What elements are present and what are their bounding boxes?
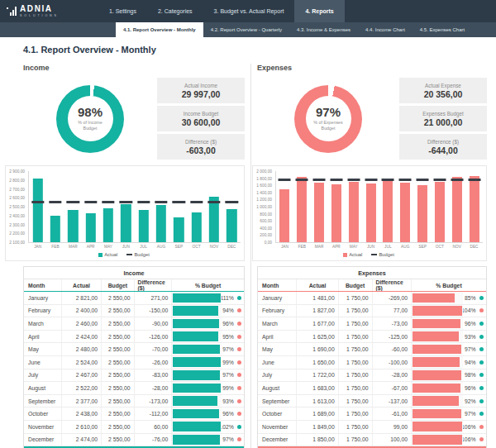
x-axis-label-may: MAY [345,243,362,249]
pct-budget-data-bar [413,345,461,355]
table-row-july: July1 722,001 750,00-28,0098% [258,369,486,383]
status-dot-icon [237,322,241,326]
table-header-row: MonthActualBudgetDifference ($)% Budget [258,279,486,292]
nav-item-3-budget-vs-actual-report[interactable]: 3. Budget vs. Actual Report [203,0,295,22]
pct-budget-data-bar [173,357,221,367]
pct-budget-value: 96% [222,317,235,330]
x-axis-label-sep: SEP [414,243,432,249]
stat-value: 21 000,00 [424,117,463,127]
pct-budget-data-bar [413,357,460,367]
month-cell: July [258,369,297,382]
x-axis-label-jun: JUN [117,243,135,249]
bar-group-mar [311,171,328,242]
legend-item-budget: Budget [126,252,149,257]
section-divider [250,64,251,448]
pct-budget-data-bar-cell [412,343,463,355]
table-row-april: April2 424,002 550,00-126,0095% [24,331,244,344]
month-cell: January [258,292,297,304]
tab-4-4-income-chart[interactable]: 4.4. Income Chart [358,22,413,37]
budget-marker-may [347,179,360,180]
tab-4-3-income-expenses[interactable]: 4.3. Income & Expenses [289,22,358,37]
bar-group-may [345,171,362,242]
difference-cell: 100,00 [373,434,412,446]
section-expenses: Expenses97%% of Expenses BudgetActual Ex… [257,64,487,448]
bar-group-dec [223,171,241,242]
budget-cell: 1 750,00 [339,382,373,394]
expenses-stat-boxes: Actual Expense20 356,00Expenses Budget21… [399,78,487,160]
stat-value: 30 600,00 [182,117,221,127]
table-title: Income [24,267,244,279]
income-overview: 98%% of Income BudgetActual Income29 997… [23,78,245,160]
actual-cell: 2 480,00 [62,343,102,355]
actual-cell: 1 689,00 [297,407,338,420]
tab-4-2-report-overview-quarterly[interactable]: 4.2. Report Overview - Quarterly [203,22,289,37]
table-row-december: December1 850,001 750,00100,00106% [258,434,486,447]
difference-cell: 77,00 [373,305,412,317]
bar-group-feb [46,171,64,242]
income-chart-y-axis: 2 900,002 800,002 700,002 600,002 500,00… [7,171,28,242]
x-axis-label-oct: OCT [188,243,205,249]
status-dot-cell [477,369,485,382]
table-row-november: November2 610,002 550,0060,00102% [24,421,244,434]
pct-budget-data-bar [173,396,217,406]
month-cell: February [258,305,297,317]
month-cell: September [258,395,297,407]
income-chart-plot-area: 2 900,002 800,002 700,002 600,002 500,00… [7,171,241,243]
income-donut-caption: % of Income Budget [72,120,108,131]
actual-cell: 2 524,00 [62,356,102,369]
difference-cell: -61,00 [373,407,412,420]
actual-cell: 1 613,00 [297,395,338,407]
bar-group-jan [276,171,293,242]
pct-budget-value: 93% [222,395,235,407]
income-donut-area: 98%% of Income Budget [23,78,157,160]
pct-budget-value: 96% [463,317,477,330]
nav-item-4-reports[interactable]: 4. Reports [294,0,344,22]
status-dot-cell [236,407,244,420]
bar-group-aug [152,171,169,242]
budget-dash-icon [126,254,132,255]
month-cell: October [258,407,297,420]
budget-marker-nov [451,179,463,180]
status-dot-icon [479,412,484,416]
column-header-budget: % Budget [172,279,244,291]
status-dot-icon [237,296,241,300]
bar-group-apr [82,171,99,242]
status-dot-icon [237,425,241,429]
expenses-chart-legend: ActualBudget [255,252,483,257]
pct-budget-data-bar-cell [412,331,463,343]
tab-4-1-report-overview-monthly[interactable]: 4.1. Report Overview - Monthly [116,22,203,37]
difference-cell: -150,00 [135,305,173,317]
budget-marker-may [102,201,114,203]
nav-item-2-categories[interactable]: 2. Categories [147,0,203,22]
budget-cell: 2 550,00 [102,343,134,355]
tab-4-5-expenses-chart[interactable]: 4.5. Expenses Chart [413,22,472,37]
status-dot-cell [477,317,485,330]
actual-cell: 2 474,00 [62,434,102,446]
column-header-difference: Difference ($) [135,279,173,291]
stat-value: -644,00 [428,145,458,155]
status-dot-icon [479,347,484,351]
actual-bar-mar [68,210,78,242]
table-row-march: March2 460,002 550,00-90,0096% [24,317,244,331]
pct-budget-data-bar-cell [172,343,222,355]
income-chart-legend: ActualBudget [7,252,241,257]
y-axis-tick-label: 1 800,00 [256,176,272,180]
bar-group-sep [414,171,432,242]
budget-marker-apr [84,201,97,203]
bar-group-feb [293,171,311,242]
pct-budget-value: 106% [463,421,477,433]
stat-value: -603,00 [186,145,216,155]
difference-cell: -70,00 [135,343,173,355]
actual-bar-oct [191,212,201,242]
stat-actual-income: Actual Income29 997,00 [157,78,245,103]
difference-cell: -100,00 [373,356,412,369]
budget-cell: 1 750,00 [339,305,373,317]
table-row-june: June2 524,002 550,00-26,0099% [24,356,244,369]
pct-budget-data-bar-cell [412,356,463,369]
y-axis-tick-label: 2 100,00 [9,241,25,245]
actual-bar-jun [121,204,131,242]
y-axis-tick-label: 2 200,00 [9,231,25,236]
column-header-actual: Actual [62,279,102,291]
nav-item-1-settings[interactable]: 1. Settings [98,0,147,22]
stat-label: Actual Income [184,83,217,88]
